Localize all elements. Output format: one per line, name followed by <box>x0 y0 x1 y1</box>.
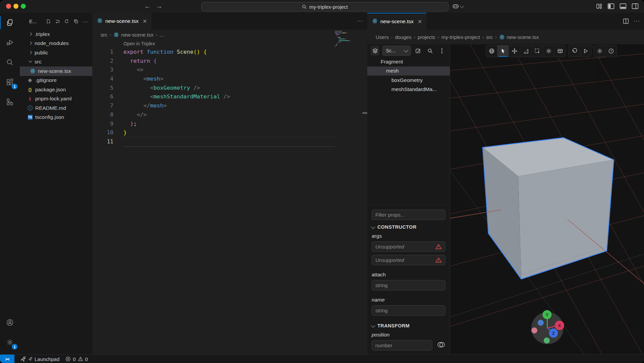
toggle-secondary-sidebar-icon[interactable] <box>632 3 639 9</box>
undo-button[interactable] <box>569 45 580 57</box>
gizmo-x[interactable]: X <box>555 321 564 330</box>
code-line-7[interactable]: 7 </mesh> <box>92 101 367 110</box>
file-row-new-scene-tsx[interactable]: new-scene.tsx <box>20 66 92 76</box>
triplex-more-actions-icon[interactable]: ··· <box>634 18 640 24</box>
folder-row-node-modules[interactable]: node_modules <box>20 39 92 48</box>
prop-input-attach[interactable]: string <box>372 280 445 290</box>
code-line-11[interactable]: 11 <box>92 137 367 146</box>
lighting-toggle-button[interactable] <box>543 45 554 57</box>
world-space-button[interactable] <box>486 45 497 57</box>
prop-input-position[interactable]: number <box>372 340 432 351</box>
toggle-primary-sidebar-icon[interactable] <box>607 3 614 9</box>
select-tool-button[interactable] <box>497 45 508 57</box>
code-line-3[interactable]: 3 <> <box>92 65 367 75</box>
toggle-icon[interactable] <box>436 342 445 348</box>
cube-mesh[interactable] <box>483 138 614 279</box>
edit-scene-button[interactable] <box>414 46 423 55</box>
viewport-settings-button[interactable] <box>594 45 605 57</box>
activity-run-debug-button[interactable] <box>0 33 20 52</box>
play-button[interactable] <box>580 45 591 57</box>
tab-new-scene-triplex[interactable]: new-scene.tsx ✕ <box>367 13 426 30</box>
close-tab-icon[interactable]: ✕ <box>143 18 147 25</box>
file-row--gitignore[interactable]: .gitignore <box>20 76 92 85</box>
toggle-panel-icon[interactable] <box>620 3 627 9</box>
view-gizmo[interactable]: Y X Z <box>531 310 564 345</box>
scale-tool-button[interactable] <box>520 45 531 57</box>
camera-view-button[interactable] <box>554 45 566 57</box>
code-line-4[interactable]: 4 <mesh> <box>92 75 367 84</box>
code-line-6[interactable]: 6 <meshStandardMaterial /> <box>92 92 367 101</box>
customize-layout-icon[interactable] <box>596 3 602 9</box>
editor-more-actions-icon[interactable]: ··· <box>357 18 363 24</box>
scene-node-fragment[interactable]: Fragment <box>367 57 450 66</box>
command-center-search[interactable]: my-triplex-project <box>201 2 448 11</box>
breadcrumb-item-users[interactable]: Users <box>376 34 389 40</box>
scene-node-meshstandardma-[interactable]: meshStandardMa... <box>367 85 450 94</box>
forward-icon[interactable]: → <box>156 3 162 10</box>
prop-input-args[interactable]: Unsupported <box>372 241 445 252</box>
gizmo-y[interactable]: Y <box>543 310 552 319</box>
more-actions-icon[interactable]: ··· <box>83 18 89 24</box>
code-line-8[interactable]: 8 </> <box>92 110 367 120</box>
code-line-5[interactable]: 5 <boxGeometry /> <box>92 84 367 93</box>
folder-row--triplex[interactable]: .triplex <box>20 30 92 39</box>
translate-tool-button[interactable] <box>508 45 520 57</box>
minimap[interactable] <box>335 31 356 71</box>
scene-search-button[interactable] <box>426 46 434 55</box>
accounts-button[interactable] <box>0 313 20 332</box>
breadcrumb-item-src[interactable]: src <box>486 34 493 40</box>
gizmo-neg-z[interactable] <box>538 320 544 326</box>
refresh-icon[interactable] <box>64 18 69 24</box>
breadcrumb-item-projects[interactable]: projects <box>418 34 435 40</box>
folder-row-public[interactable]: public <box>20 48 92 57</box>
file-row-pnpm-lock-yaml[interactable]: !pnpm-lock.yaml <box>20 94 92 104</box>
breadcrumb-item-new-scene-tsx[interactable]: new-scene.tsx <box>499 34 539 40</box>
open-in-triplex-codelens[interactable]: Open in Triplex <box>123 41 367 48</box>
breadcrumb-item-my-triplex-project[interactable]: my-triplex-project <box>441 34 480 40</box>
code-line-10[interactable]: 10} <box>92 128 367 137</box>
scene-node-boxgeometry[interactable]: boxGeometry <box>367 76 450 85</box>
new-file-icon[interactable] <box>46 18 51 24</box>
minimize-window-button[interactable] <box>13 4 18 9</box>
scene-select-dropdown[interactable]: Sc... <box>382 46 411 56</box>
filter-props-input[interactable]: Filter props... <box>372 210 445 220</box>
code-editor[interactable]: 1export function Scene() {2 return (3 <>… <box>92 48 367 146</box>
copilot-menu[interactable] <box>452 3 464 10</box>
back-icon[interactable]: ← <box>144 3 151 10</box>
scene-more-button[interactable] <box>438 46 446 55</box>
code-line-1[interactable]: 1export function Scene() { <box>92 48 367 57</box>
activity-extensions-button[interactable]: 1 <box>0 72 20 92</box>
problems-item[interactable]: 0 0 <box>65 356 88 362</box>
breadcrumb[interactable]: src›new-scene.tsx›... <box>92 30 367 40</box>
collapse-folders-icon[interactable] <box>74 18 78 24</box>
section-header-constructor[interactable]: CONSTRUCTOR <box>372 224 445 230</box>
code-line-9[interactable]: 9 ); <box>92 120 367 129</box>
close-window-button[interactable] <box>6 4 11 9</box>
launchpad-item[interactable]: Launchpad <box>20 356 59 362</box>
file-row-readme-md[interactable]: iREADME.md <box>20 103 92 113</box>
file-row-tsconfig-json[interactable]: TStsconfig.json <box>20 113 92 122</box>
scene-layers-button[interactable] <box>371 46 379 55</box>
section-header-transform[interactable]: TRANSFORM <box>372 323 445 328</box>
gizmo-neg-y[interactable] <box>544 337 550 344</box>
gizmo-neg-x[interactable] <box>531 327 537 333</box>
activity-scene-hierarchy-button[interactable] <box>0 92 20 112</box>
new-folder-icon[interactable] <box>55 18 60 24</box>
prop-input-name[interactable]: string <box>372 305 445 316</box>
gizmo-z[interactable]: Z <box>549 329 558 338</box>
breadcrumb-item-new-scene-tsx[interactable]: new-scene.tsx <box>113 32 153 38</box>
scene-node-mesh[interactable]: mesh <box>367 66 450 76</box>
activity-explorer-button[interactable] <box>0 13 20 33</box>
help-button[interactable]: ? <box>605 45 616 57</box>
split-editor-icon[interactable] <box>623 18 629 24</box>
remote-indicator[interactable]: >< <box>0 355 14 363</box>
breadcrumb-item--[interactable]: ... <box>160 32 164 38</box>
prop-toggle-position[interactable] <box>436 342 445 349</box>
activity-search-button[interactable] <box>0 52 20 72</box>
file-row-package-json[interactable]: {}package.json <box>20 85 92 94</box>
tab-new-scene[interactable]: new-scene.tsx ✕ <box>92 13 151 30</box>
prop-input-args[interactable]: Unsupported <box>372 255 445 265</box>
viewport-3d[interactable]: Y X Z <box>450 44 644 354</box>
sash-handle[interactable] <box>362 112 368 114</box>
folder-row-src[interactable]: src <box>20 57 92 67</box>
